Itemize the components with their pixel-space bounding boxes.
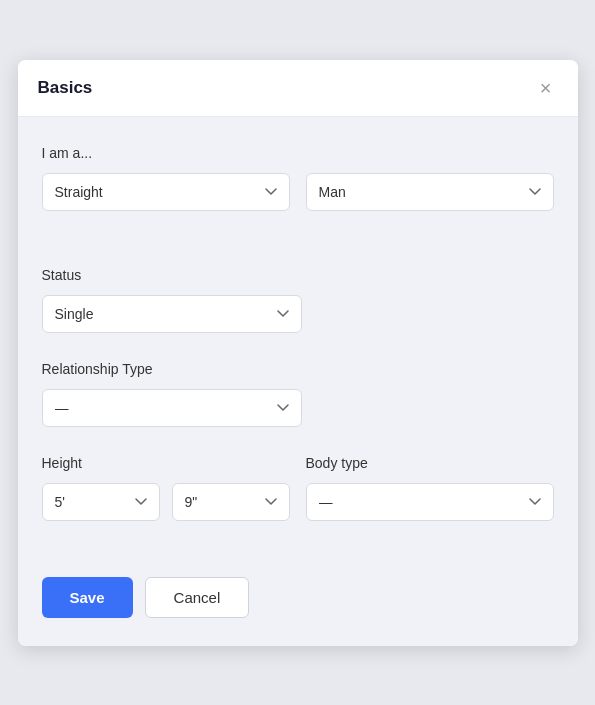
status-field: Single In a relationship Married Divorce… — [42, 295, 302, 333]
modal-footer: Save Cancel — [18, 573, 578, 646]
orientation-field: Straight Gay Bisexual Asexual Other — [42, 173, 290, 211]
body-type-label: Body type — [306, 455, 554, 471]
orientation-select[interactable]: Straight Gay Bisexual Asexual Other — [42, 173, 290, 211]
save-button[interactable]: Save — [42, 577, 133, 618]
relationship-type-field: — Monogamy Ethical non-monogamy Open rel… — [42, 389, 302, 427]
modal-title: Basics — [38, 78, 93, 98]
height-inches-select[interactable]: 0" 1" 2" 3" 4" 5" 6" 7" 8" 9" 10" 11" — [172, 483, 290, 521]
height-section: Height 4' 5' 6' 7' 0" 1" 2" 3" 4" 5" — [42, 455, 290, 521]
height-feet-select[interactable]: 4' 5' 6' 7' — [42, 483, 160, 521]
gender-field: Man Woman Non-binary Other — [306, 173, 554, 211]
height-label: Height — [42, 455, 290, 471]
close-button[interactable]: × — [534, 76, 558, 100]
i-am-a-label: I am a... — [42, 145, 554, 161]
modal-body: I am a... Straight Gay Bisexual Asexual … — [18, 117, 578, 573]
status-select[interactable]: Single In a relationship Married Divorce… — [42, 295, 302, 333]
i-am-a-row: Straight Gay Bisexual Asexual Other Man … — [42, 173, 554, 211]
gender-select[interactable]: Man Woman Non-binary Other — [306, 173, 554, 211]
i-am-a-section: I am a... Straight Gay Bisexual Asexual … — [42, 145, 554, 239]
modal-header: Basics × — [18, 60, 578, 117]
status-section: Status Single In a relationship Married … — [42, 267, 554, 333]
body-type-section: Body type — Slim Athletic Average Curvy … — [306, 455, 554, 521]
basics-modal: Basics × I am a... Straight Gay Bisexual… — [18, 60, 578, 646]
cancel-button[interactable]: Cancel — [145, 577, 250, 618]
relationship-type-select[interactable]: — Monogamy Ethical non-monogamy Open rel… — [42, 389, 302, 427]
status-label: Status — [42, 267, 554, 283]
relationship-type-label: Relationship Type — [42, 361, 554, 377]
height-body-section: Height 4' 5' 6' 7' 0" 1" 2" 3" 4" 5" — [42, 455, 554, 521]
height-selects: 4' 5' 6' 7' 0" 1" 2" 3" 4" 5" 6" 7" — [42, 483, 290, 521]
relationship-type-section: Relationship Type — Monogamy Ethical non… — [42, 361, 554, 427]
body-type-select[interactable]: — Slim Athletic Average Curvy Full-figur… — [306, 483, 554, 521]
